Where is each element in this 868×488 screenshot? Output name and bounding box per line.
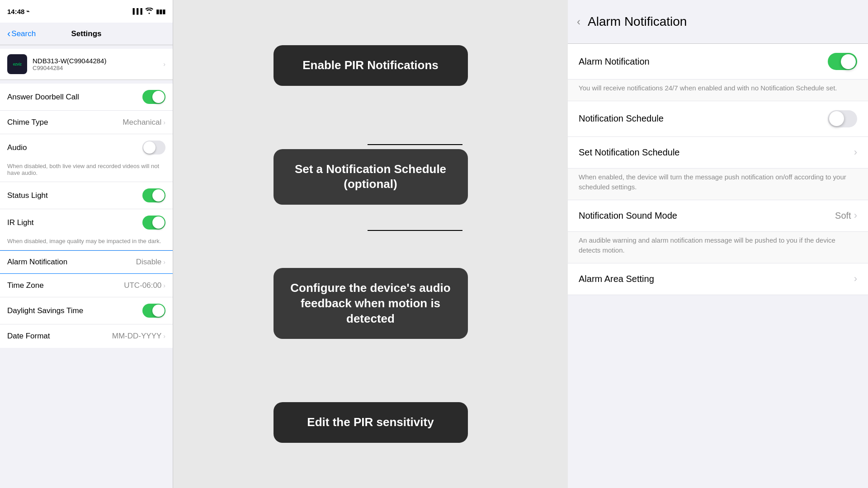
tutorial-box-4-text: Edit the PIR sensitivity bbox=[290, 415, 452, 430]
status-light-label: Status Light bbox=[7, 191, 48, 200]
chime-type-value: Mechanical › bbox=[123, 118, 165, 127]
chevron-back-icon: ‹ bbox=[7, 28, 10, 40]
alarm-area-setting-value: › bbox=[854, 273, 857, 285]
alarm-notification-detail-note: You will receive notifications 24/7 when… bbox=[568, 80, 868, 101]
ir-light-label: IR Light bbox=[7, 218, 34, 227]
alarm-chevron-icon: › bbox=[163, 258, 165, 266]
answer-doorbell-toggle[interactable] bbox=[142, 90, 165, 104]
settings-section: Answer Doorbell Call Chime Type Mechanic… bbox=[0, 84, 173, 348]
notification-sound-mode-text: Soft bbox=[835, 211, 851, 221]
device-logo: ezviz bbox=[7, 54, 27, 74]
signal-icon: ▐▐▐ bbox=[131, 8, 142, 14]
device-name: NDB313-W(C99044284) bbox=[33, 57, 158, 65]
set-notification-schedule-label: Set Notification Schedule bbox=[579, 147, 679, 158]
time-display: 14:48 bbox=[7, 8, 24, 15]
left-settings-panel: 14:48 ⌁ ▐▐▐ ▮▮▮ ‹ Search Settings ezviz bbox=[0, 0, 173, 488]
alarm-notification-label: Alarm Notification bbox=[7, 258, 67, 267]
date-format-value: MM-DD-YYYY › bbox=[112, 332, 165, 341]
daylight-savings-row[interactable]: Daylight Savings Time bbox=[0, 297, 173, 324]
location-icon: ⌁ bbox=[26, 8, 29, 14]
notification-sound-mode-note: An audible warning and alarm notificatio… bbox=[568, 232, 868, 263]
alarm-notification-detail-toggle[interactable] bbox=[828, 53, 857, 70]
ir-light-row[interactable]: IR Light bbox=[0, 209, 173, 236]
alarm-notification-detail-row[interactable]: Alarm Notification bbox=[568, 44, 868, 80]
alarm-notification-detail-label: Alarm Notification bbox=[579, 56, 650, 67]
notification-schedule-row[interactable]: Notification Schedule bbox=[568, 101, 868, 137]
audio-toggle[interactable] bbox=[142, 141, 165, 155]
alarm-nav-title: Alarm Notification bbox=[588, 14, 687, 29]
chime-type-label: Chime Type bbox=[7, 118, 48, 127]
back-button[interactable]: ‹ Search bbox=[7, 28, 36, 40]
right-nav: ‹ Alarm Notification bbox=[568, 0, 868, 44]
tutorial-box-pir-sensitivity: Edit the PIR sensitivity bbox=[274, 402, 468, 443]
tutorial-box-3-text: Configure the device's audio feedback wh… bbox=[290, 281, 452, 326]
status-bar-right: ▐▐▐ ▮▮▮ bbox=[131, 8, 165, 15]
status-bar-left: 14:48 ⌁ bbox=[7, 8, 29, 15]
date-format-row[interactable]: Date Format MM-DD-YYYY › bbox=[0, 324, 173, 348]
status-bar: 14:48 ⌁ ▐▐▐ ▮▮▮ bbox=[0, 0, 173, 23]
toggle-thumb bbox=[152, 216, 165, 229]
large-toggle-thumb bbox=[829, 111, 844, 126]
tutorial-box-enable-pir: Enable PIR Notifications bbox=[274, 45, 468, 86]
ir-light-toggle[interactable] bbox=[142, 216, 165, 230]
status-light-toggle[interactable] bbox=[142, 188, 165, 202]
set-schedule-chevron-icon: › bbox=[854, 146, 857, 158]
alarm-area-setting-label: Alarm Area Setting bbox=[579, 274, 654, 284]
answer-doorbell-row[interactable]: Answer Doorbell Call bbox=[0, 84, 173, 111]
battery-icon: ▮▮▮ bbox=[156, 8, 165, 15]
daylight-savings-label: Daylight Savings Time bbox=[7, 306, 83, 315]
tutorial-box-notification-schedule: Set a Notification Schedule (optional) bbox=[274, 149, 468, 205]
alarm-notification-panel: ‹ Alarm Notification Alarm Notification … bbox=[568, 0, 868, 488]
device-chevron-icon: › bbox=[163, 61, 165, 68]
toggle-thumb bbox=[152, 189, 165, 202]
alarm-area-setting-row[interactable]: Alarm Area Setting › bbox=[568, 263, 868, 295]
ir-light-note: When disabled, image quality may be impa… bbox=[0, 236, 173, 250]
chime-type-row[interactable]: Chime Type Mechanical › bbox=[0, 111, 173, 134]
sound-mode-chevron-icon: › bbox=[854, 210, 857, 221]
alarm-section: Alarm Notification You will receive noti… bbox=[568, 44, 868, 295]
time-zone-value: UTC-06:00 › bbox=[124, 281, 165, 290]
tutorial-box-2-text: Set a Notification Schedule (optional) bbox=[290, 162, 452, 192]
alarm-content: Alarm Notification You will receive noti… bbox=[568, 44, 868, 488]
tutorial-panel: Enable PIR Notifications Set a Notificat… bbox=[173, 0, 568, 488]
nav-bar: ‹ Search Settings bbox=[0, 23, 173, 45]
set-notification-schedule-value: › bbox=[854, 146, 857, 158]
device-row[interactable]: ezviz NDB313-W(C99044284) C99044284 › bbox=[0, 49, 173, 80]
alarm-notification-row[interactable]: Alarm Notification Disable › bbox=[0, 250, 173, 274]
date-format-text: MM-DD-YYYY bbox=[112, 332, 162, 341]
chime-type-text: Mechanical bbox=[123, 118, 161, 127]
answer-doorbell-label: Answer Doorbell Call bbox=[7, 93, 79, 102]
time-zone-row[interactable]: Time Zone UTC-06:00 › bbox=[0, 274, 173, 297]
audio-row[interactable]: Audio bbox=[0, 134, 173, 161]
back-label: Search bbox=[11, 29, 36, 38]
toggle-thumb bbox=[152, 305, 165, 317]
time-zone-text: UTC-06:00 bbox=[124, 281, 161, 290]
notification-sound-mode-row[interactable]: Notification Sound Mode Soft › bbox=[568, 200, 868, 232]
time-zone-label: Time Zone bbox=[7, 281, 44, 290]
dateformat-chevron-icon: › bbox=[163, 333, 165, 340]
status-light-row[interactable]: Status Light bbox=[0, 182, 173, 209]
toggle-thumb bbox=[152, 91, 165, 103]
settings-title: Settings bbox=[71, 29, 101, 38]
notification-sound-mode-value: Soft › bbox=[835, 210, 857, 221]
daylight-savings-toggle[interactable] bbox=[142, 304, 165, 318]
ezviz-logo-text: ezviz bbox=[13, 62, 21, 66]
device-id: C99044284 bbox=[33, 65, 158, 71]
toggle-thumb bbox=[143, 141, 156, 154]
alarm-area-chevron-icon: › bbox=[854, 273, 857, 285]
wifi-icon bbox=[145, 8, 153, 15]
chime-chevron-icon: › bbox=[163, 119, 165, 126]
set-notification-schedule-note: When enabled, the device will turn the m… bbox=[568, 169, 868, 200]
set-notification-schedule-row[interactable]: Set Notification Schedule › bbox=[568, 137, 868, 169]
notification-sound-mode-label: Notification Sound Mode bbox=[579, 211, 677, 221]
large-toggle-thumb bbox=[841, 54, 856, 69]
tutorial-box-1-text: Enable PIR Notifications bbox=[290, 58, 452, 73]
date-format-label: Date Format bbox=[7, 332, 50, 341]
timezone-chevron-icon: › bbox=[163, 282, 165, 289]
alarm-notification-text: Disable bbox=[136, 258, 162, 267]
alarm-notification-value: Disable › bbox=[136, 258, 165, 267]
alarm-back-button[interactable]: ‹ bbox=[577, 15, 580, 28]
audio-note: When disabled, both live view and record… bbox=[0, 161, 173, 182]
device-info: NDB313-W(C99044284) C99044284 bbox=[33, 57, 158, 71]
notification-schedule-toggle[interactable] bbox=[828, 110, 857, 127]
